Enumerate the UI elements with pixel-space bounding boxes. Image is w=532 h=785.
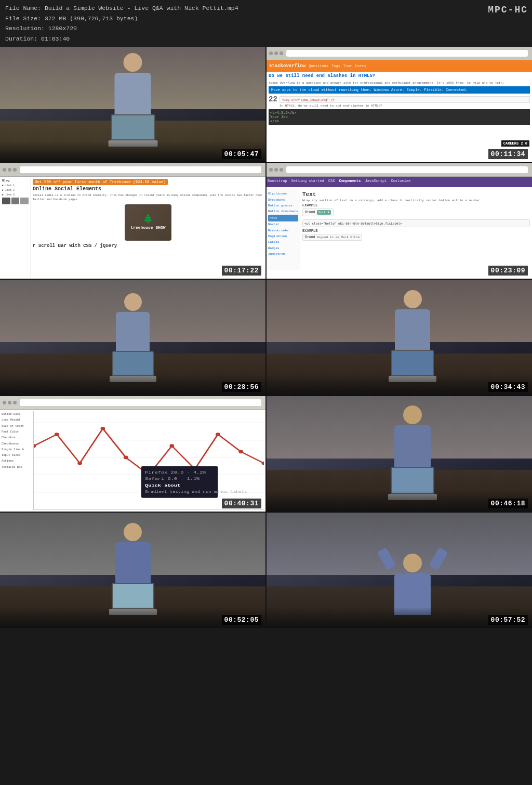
- bootstrap-nav: Bootstrap Getting started CSS Components…: [267, 177, 532, 187]
- browser-dot-5: [8, 168, 11, 172]
- so-votes-area: 22 <img src="some_image.png" /> In HTML5…: [269, 95, 530, 108]
- bs-component-list: Glyphicons Dropdowns Button groups Butto…: [268, 191, 298, 257]
- browser-dot-11: [8, 401, 11, 404]
- scroll-title: r Scroll Bar With CSS / jQuery: [33, 243, 263, 248]
- timestamp-4: 00:23:09: [488, 266, 528, 276]
- timestamp-6: 00:34:43: [488, 382, 528, 392]
- chart-label-2: Line Height: [2, 417, 32, 423]
- browser-dot-1: [269, 51, 273, 55]
- browser-dot-7: [269, 168, 273, 172]
- file-size: File Size: 372 MB (390,726,713 bytes): [5, 14, 527, 24]
- file-name: File Name: Build a Simple Website - Live…: [5, 3, 527, 14]
- thumbnails-grid: 00:05:47 stackoverflow Questions Tags To…: [0, 47, 532, 628]
- timestamp-2: 00:11:34: [488, 149, 528, 159]
- thumbnail-8[interactable]: 00:46:18: [267, 396, 532, 512]
- timestamp-7: 00:40:31: [222, 499, 261, 508]
- svg-point-11: [169, 444, 174, 448]
- browser-dot-6: [13, 168, 17, 172]
- browser-dot-2: [274, 51, 278, 55]
- url-bar-3[interactable]: [286, 166, 528, 173]
- chart-label-6: Checkboxes: [2, 441, 32, 447]
- blog-main: Get 50% off your first month of Treehous…: [33, 179, 263, 277]
- chart-labels: Button Base Line Height Size of Reset Fo…: [2, 411, 32, 510]
- timestamp-8: 00:46:18: [488, 499, 528, 508]
- thumbnail-3[interactable]: Blog ▶ item 1 ▶ item 2 ▶ item 3 Ge: [0, 163, 265, 279]
- svg-text:Firefox 20.0 - 4.2%: Firefox 20.0 - 4.2%: [145, 470, 206, 475]
- svg-point-6: [55, 433, 59, 436]
- svg-point-14: [238, 450, 243, 454]
- svg-text:Safari 6.0 - 1.1%: Safari 6.0 - 1.1%: [145, 477, 200, 481]
- so-navigation: stackoverflow Questions Tags Tour Users: [267, 60, 532, 72]
- blog-title: Online Social Elements: [33, 186, 263, 192]
- bs-example-box: Brand Sort ▼: [302, 208, 334, 216]
- svg-point-8: [100, 427, 105, 430]
- browser-dot-4: [3, 168, 6, 172]
- bootstrap-body: Glyphicons Dropdowns Button groups Butto…: [267, 189, 532, 270]
- so-question: Do we still need end slashes in HTML5?: [269, 73, 530, 80]
- thumbnail-9[interactable]: 00:52:05: [0, 513, 265, 628]
- timestamp-9: 00:52:05: [222, 615, 261, 625]
- treehouse-tv-box: 🌲 treehouse SHOW: [125, 204, 171, 241]
- treehouse-show-text: treehouse SHOW: [130, 225, 165, 230]
- blog-sidebar-items: ▶ item 1 ▶ item 2 ▶ item 3: [2, 184, 29, 204]
- timestamp-1: 00:05:47: [222, 149, 261, 159]
- chart-label-9: Actions: [2, 458, 32, 464]
- svg-point-9: [124, 456, 128, 460]
- timestamp-3: 00:17:22: [222, 266, 261, 276]
- mpc-watermark: MPC-HC: [488, 2, 528, 18]
- resolution: Resolution: 1280x720: [5, 23, 527, 34]
- duration: Duration: 01:03:40: [5, 34, 527, 44]
- bs-example-box-2: Brand Signed in as Mark Ottle: [302, 234, 362, 241]
- bs-section-title: Text: [302, 191, 530, 198]
- chart-label-8: Input Sizes: [2, 452, 32, 458]
- vote-count: 22: [269, 95, 277, 108]
- browser-dot-3: [280, 51, 283, 55]
- bs-description: Wrap any section of text in a <strong>, …: [302, 199, 530, 202]
- bs-sidebar: Glyphicons Dropdowns Button groups Butto…: [267, 189, 300, 270]
- azure-ad-text: Move apps to the cloud without rewriting…: [271, 88, 468, 92]
- svg-point-7: [77, 462, 82, 465]
- chart-label-7: Single line A: [2, 447, 32, 452]
- chart-label-3: Size of Reset: [2, 423, 32, 429]
- svg-point-13: [216, 433, 220, 436]
- timestamp-5: 00:28:56: [222, 382, 261, 392]
- thumbnail-7[interactable]: Button Base Line Height Size of Reset Fo…: [0, 396, 265, 512]
- tree-icon: 🌲: [143, 214, 153, 224]
- thumbnail-10[interactable]: 00:57:52: [267, 513, 532, 628]
- browser-dot-9: [280, 168, 283, 172]
- code-block: <b>4,5,6</b>Your Job</p>: [269, 109, 530, 125]
- chart-label-10: Textarea Box: [2, 464, 32, 470]
- timestamp-10: 00:57:52: [488, 615, 528, 625]
- thumbnail-1[interactable]: 00:05:47: [0, 47, 265, 162]
- bs-main-content: Text Wrap any section of text in a <stro…: [300, 189, 532, 270]
- chart-label-4: Font Color: [2, 429, 32, 435]
- so-body-text: In HTML5, do we still need to add end-sl…: [280, 104, 530, 108]
- thumbnail-6[interactable]: 00:34:43: [267, 280, 532, 395]
- browser-dot-10: [3, 401, 6, 404]
- bs-example-label: EXAMPLE: [302, 203, 530, 207]
- file-info-section: File Name: Build a Simple Website - Live…: [0, 0, 532, 47]
- azure-ad-banner: Move apps to the cloud without rewriting…: [269, 86, 530, 94]
- chart-section: Button Base Line Height Size of Reset Fo…: [0, 410, 265, 512]
- svg-text:Gradient testing and non-minus: Gradient testing and non-minus labels: [145, 490, 247, 494]
- blog-sidebar-title: Blog: [2, 179, 29, 182]
- code-sample: <ul class="hello" oki-btn-btn-default>Si…: [302, 219, 530, 227]
- url-bar-4[interactable]: [20, 399, 261, 406]
- browser-dot-8: [274, 168, 278, 172]
- thumbnail-2[interactable]: stackoverflow Questions Tags Tour Users …: [267, 47, 532, 162]
- chart-area: Firefox 20.0 - 4.2% Safari 6.0 - 1.1% Qu…: [33, 411, 264, 510]
- svg-text:Quick about: Quick about: [145, 483, 180, 488]
- url-bar-2[interactable]: [20, 166, 261, 173]
- chart-label-1: Button Base: [2, 411, 32, 417]
- chart-svg: Firefox 20.0 - 4.2% Safari 6.0 - 1.1% Qu…: [34, 411, 264, 509]
- thumbnail-5[interactable]: 00:28:56: [0, 280, 265, 395]
- code-snippet-1: <img src="some_image.png" />: [280, 96, 530, 103]
- offer-badge: Get 50% off your first month of Treehous…: [33, 179, 168, 185]
- chart-label-5: Checkbox: [2, 435, 32, 440]
- thumbnail-4[interactable]: Bootstrap Getting started CSS Components…: [267, 163, 532, 279]
- blog-sidebar: Blog ▶ item 1 ▶ item 2 ▶ item 3: [2, 179, 31, 277]
- browser-dot-12: [13, 401, 17, 404]
- bs-example-2: EXAMPLE: [302, 229, 530, 233]
- so-tagline: Stack Overflow is a question and answer …: [269, 81, 530, 85]
- url-bar-1[interactable]: [286, 50, 528, 57]
